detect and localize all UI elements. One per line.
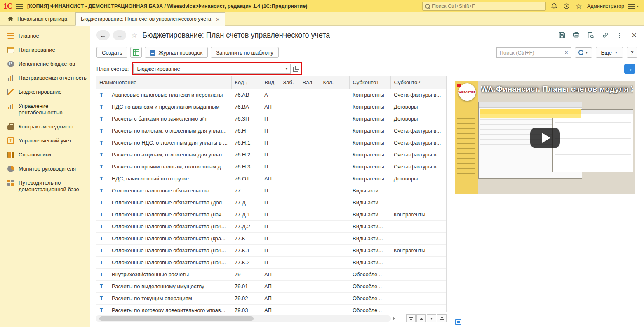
- cell-quantity[interactable]: [320, 280, 349, 292]
- get-link-icon[interactable]: [601, 31, 609, 39]
- table-row[interactable]: ТОтложенные налоговые обязательства (нач…: [96, 220, 447, 232]
- sidebar-item-monitor[interactable]: Монитор руководителя: [0, 162, 90, 176]
- cell-kind[interactable]: П: [261, 137, 280, 149]
- cell-currency[interactable]: [299, 89, 320, 101]
- account-icon-cell[interactable]: Т: [96, 268, 108, 280]
- cell-quantity[interactable]: [320, 292, 349, 304]
- cell-subconto1[interactable]: Виды акти...: [349, 220, 390, 232]
- table-row[interactable]: ТОтложенные налоговые обязательства (кра…: [96, 232, 447, 244]
- column-header-code[interactable]: Код↓: [231, 76, 261, 89]
- table-row[interactable]: ТРасчеты по выделенному имуществу79.01АП…: [96, 280, 447, 292]
- go-to-bottom-button[interactable]: [437, 314, 447, 322]
- cell-quantity[interactable]: [320, 113, 349, 125]
- tab-plan-schetov[interactable]: Бюджетирование: План счетов управленческ…: [75, 12, 225, 26]
- cell-offbalance[interactable]: [280, 125, 299, 137]
- cell-name[interactable]: Отложенные налоговые обязательства: [108, 185, 231, 197]
- go-to-top-button[interactable]: [406, 314, 416, 322]
- cell-name[interactable]: НДС по авансам и предоплатам выданным: [108, 101, 231, 113]
- table-row[interactable]: ТРасчеты по прочим налогам, отложенным д…: [96, 161, 447, 173]
- sidebar-item-catalogs[interactable]: Справочники: [0, 148, 90, 162]
- cell-offbalance[interactable]: [280, 89, 299, 101]
- cell-offbalance[interactable]: [280, 185, 299, 197]
- cell-quantity[interactable]: [320, 161, 349, 173]
- sidebar-item-budgeting[interactable]: Бюджетирование: [0, 85, 90, 99]
- cell-currency[interactable]: [299, 280, 320, 292]
- list-search-input[interactable]: [496, 47, 562, 58]
- account-icon-cell[interactable]: Т: [96, 232, 108, 244]
- cell-kind[interactable]: АП: [261, 173, 280, 185]
- cell-quantity[interactable]: [320, 149, 349, 161]
- account-icon-cell[interactable]: Т: [96, 149, 108, 161]
- cell-currency[interactable]: [299, 292, 320, 304]
- cell-subconto2[interactable]: [390, 304, 447, 312]
- search-options-button[interactable]: ▼: [575, 47, 592, 58]
- fill-template-button[interactable]: Заполнить по шаблону: [211, 47, 278, 58]
- cell-subconto2[interactable]: [390, 185, 447, 197]
- current-user[interactable]: Администратор: [587, 3, 624, 9]
- cell-currency[interactable]: [299, 304, 320, 312]
- sidebar-item-planning[interactable]: Планирование: [0, 43, 90, 57]
- cell-kind[interactable]: П: [261, 256, 280, 268]
- play-button[interactable]: [530, 128, 560, 148]
- cell-code[interactable]: 79.01: [231, 280, 261, 292]
- account-icon-cell[interactable]: Т: [96, 101, 108, 113]
- print-icon[interactable]: [572, 31, 581, 39]
- account-icon-cell[interactable]: Т: [96, 185, 108, 197]
- cell-currency[interactable]: [299, 232, 320, 244]
- account-icon-cell[interactable]: Т: [96, 89, 108, 101]
- cell-subconto2[interactable]: Счета-фактуры в...: [390, 149, 447, 161]
- cell-subconto1[interactable]: Виды акти...: [349, 256, 390, 268]
- row-up-button[interactable]: [416, 314, 426, 322]
- cell-quantity[interactable]: [320, 220, 349, 232]
- cell-offbalance[interactable]: [280, 173, 299, 185]
- table-row[interactable]: ТРасчеты с банками по зачислению з/п76.З…: [96, 113, 447, 125]
- column-header-name[interactable]: Наименование: [96, 76, 231, 89]
- cell-subconto2[interactable]: Договоры: [390, 113, 447, 125]
- cell-quantity[interactable]: [320, 185, 349, 197]
- cell-subconto1[interactable]: Контрагенты: [349, 125, 390, 137]
- cell-offbalance[interactable]: [280, 113, 299, 125]
- cell-quantity[interactable]: [320, 197, 349, 209]
- table-row[interactable]: ТОтложенные налоговые обязательства (нач…: [96, 209, 447, 220]
- cell-offbalance[interactable]: [280, 256, 299, 268]
- cell-code[interactable]: 79: [231, 268, 261, 280]
- hide-panel-button[interactable]: →: [624, 64, 635, 74]
- cell-code[interactable]: 76.Н.3: [231, 161, 261, 173]
- cell-kind[interactable]: П: [261, 220, 280, 232]
- forward-button[interactable]: →: [113, 30, 126, 40]
- account-icon-cell[interactable]: Т: [96, 220, 108, 232]
- print-preview-icon[interactable]: [587, 31, 595, 39]
- cell-code[interactable]: 76.ВА: [231, 101, 261, 113]
- cell-offbalance[interactable]: [280, 161, 299, 173]
- cell-quantity[interactable]: [320, 137, 349, 149]
- sidebar-item-profitability[interactable]: Управление рентабельностью: [0, 99, 90, 120]
- cell-name[interactable]: Расчеты по договору доверительного управ…: [108, 304, 231, 312]
- main-menu-icon[interactable]: [16, 4, 23, 9]
- cell-quantity[interactable]: [320, 125, 349, 137]
- cell-name[interactable]: Расчеты по налогам, отложенным для уплат…: [108, 125, 231, 137]
- open-form-icon[interactable]: [293, 66, 299, 72]
- cell-kind[interactable]: АП: [261, 268, 280, 280]
- column-header-subconto1[interactable]: Субконто1: [349, 76, 390, 89]
- cell-subconto1[interactable]: Виды акти...: [349, 209, 390, 220]
- cell-offbalance[interactable]: [280, 220, 299, 232]
- cell-quantity[interactable]: [320, 244, 349, 256]
- cell-name[interactable]: Отложенные налоговые обязательства (нач.…: [108, 256, 231, 268]
- column-header-currency[interactable]: Вал.: [299, 76, 320, 89]
- cell-offbalance[interactable]: [280, 197, 299, 209]
- cell-kind[interactable]: АП: [261, 280, 280, 292]
- horizontal-scrollbar[interactable]: [96, 315, 391, 322]
- cell-subconto2[interactable]: [390, 292, 447, 304]
- sidebar-item-reports[interactable]: Настраиваемая отчетность: [0, 71, 90, 85]
- panel-settings-icon[interactable]: [455, 319, 461, 325]
- cell-kind[interactable]: АП: [261, 304, 280, 312]
- cell-offbalance[interactable]: [280, 304, 299, 312]
- cell-code[interactable]: 76.Н.1: [231, 137, 261, 149]
- cell-subconto1[interactable]: Виды акти...: [349, 232, 390, 244]
- cell-name[interactable]: Отложенные налоговые обязательства (нач.…: [108, 244, 231, 256]
- cell-subconto2[interactable]: Контрагенты: [390, 244, 447, 256]
- cell-name[interactable]: Расчеты с банками по зачислению з/п: [108, 113, 231, 125]
- cell-currency[interactable]: [299, 173, 320, 185]
- cell-offbalance[interactable]: [280, 292, 299, 304]
- cell-subconto2[interactable]: [390, 197, 447, 209]
